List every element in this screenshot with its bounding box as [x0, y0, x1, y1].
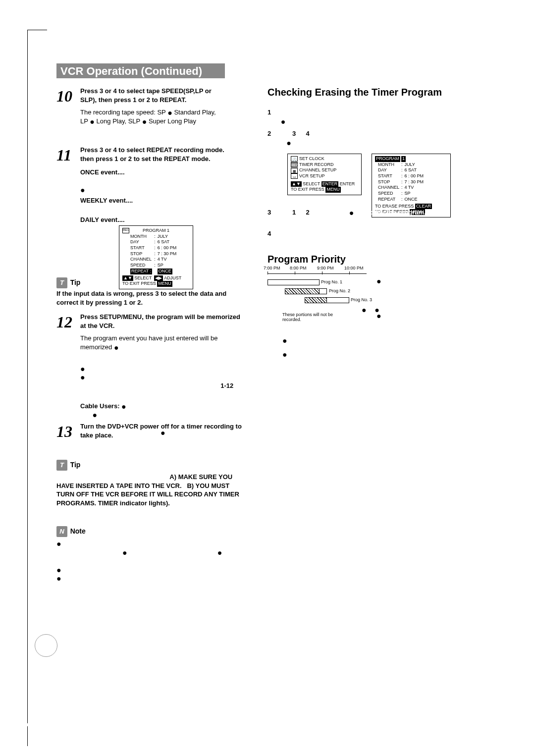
bullet-icon: ● [286, 138, 291, 147]
step10-p1c: LP [80, 117, 88, 125]
bullet-icon: ● [114, 343, 119, 351]
step-12-num: 12 [56, 313, 72, 331]
note-l2: If events overlap, this is shown in the … [63, 566, 232, 573]
step10-p1d: Long Play, SLP [97, 117, 140, 125]
tip-icon: T [56, 460, 67, 471]
bullet-icon: ● [217, 548, 222, 556]
bullet-icon: ● [142, 117, 147, 125]
step-10-line2: SLP), then press 1 or 2 to REPEAT. [80, 96, 245, 105]
daily-hdr: DAILY event.... [80, 216, 125, 223]
step10-p1a: The recording tape speed: SP [80, 108, 166, 116]
step-10-num: 10 [56, 87, 72, 105]
bullet-icon: ● [90, 117, 95, 125]
bullet-icon: ● [349, 209, 354, 217]
once-hdr: ONCE event.... [80, 168, 125, 176]
tip2-lead: In order for the timer recording to work… [56, 473, 168, 481]
bullet-icon: ● [282, 350, 287, 359]
page-number: 30 [35, 634, 57, 657]
step-10-line1: Press 3 or 4 to select tape SPEED(SP,LP … [80, 87, 245, 96]
priority-diagram: 7:00 PM 8:00 PM 9:00 PM 10:00 PM Prog No… [268, 268, 381, 342]
tip-label: Tip [70, 278, 81, 286]
ppd-r2: After the lower number program finishes,… [376, 312, 479, 333]
bullet-icon: ● [56, 565, 61, 574]
note-l1b: Erasing the Timer Program) or [129, 548, 215, 556]
step10-p1b: Standard Play, [174, 108, 215, 116]
page-banner: VCR Operation (Continued) [56, 63, 225, 78]
step12-l1: Press SETUP/MENU, the program will be me… [80, 313, 245, 330]
step-13-num: 13 [56, 423, 72, 440]
bullet-icon: ● [80, 364, 85, 373]
bullet-icon: ● [56, 540, 61, 548]
weekly-hdr: WEEKLY event.... [80, 197, 133, 204]
note-label: Note [70, 527, 86, 535]
subhead-check: Checking Erasing the Timer Program [268, 86, 490, 99]
tip1-text: If the input data is wrong, press 3 to s… [56, 289, 245, 307]
bullet-icon: ● [80, 186, 85, 194]
step10-p1e: Super Long Play [149, 117, 196, 125]
note-icon: N [56, 526, 67, 537]
step-11-num: 11 [56, 146, 71, 164]
osd-title: PROGRAM 1 [122, 228, 190, 234]
step12-rng: 1-12 [220, 382, 233, 389]
step-11-line1: Press 3 or 4 to select REPEAT recording … [80, 146, 245, 155]
cable-lead: Cable Users: [80, 402, 119, 410]
ppd-r1: If programs overlap, you will see a "PRO… [376, 277, 485, 305]
bullet-icon: ● [374, 306, 379, 314]
subhead-priority: Program Priority [268, 253, 490, 266]
ppd-r3: If the starting times of each timer prog… [282, 337, 453, 351]
tip-label: Tip [70, 461, 81, 469]
bullet-icon: ● [56, 574, 61, 583]
erase-txt: To erase the program(s), at step 2 press… [268, 217, 490, 226]
step13-l1: Turn the DVD+VCR power off for a timer r… [80, 422, 245, 439]
bullet-icon: ● [122, 548, 127, 556]
bullet-icon: ● [281, 117, 286, 125]
step12-p3a: To enter additional events, press 3 or 4… [80, 373, 234, 389]
bullet-icon: ● [121, 402, 126, 410]
ppd-caption: These portions will not be recorded. [282, 312, 342, 322]
bullet-icon: ● [362, 306, 367, 314]
bullet-icon: ● [93, 411, 98, 419]
bullet-icon: ● [80, 373, 85, 381]
bullet-icon: ● [167, 108, 172, 117]
step-11-line2: then press 1 or 2 to set the REPEAT mode… [80, 155, 245, 163]
tip-icon: T [56, 277, 67, 288]
osd-main-menu: 🕘SET CLOCK RECTIMER RECORD ▦CHANNEL SETU… [287, 154, 362, 195]
step12-p2: To set other timer recording. repeat ste… [87, 365, 220, 372]
